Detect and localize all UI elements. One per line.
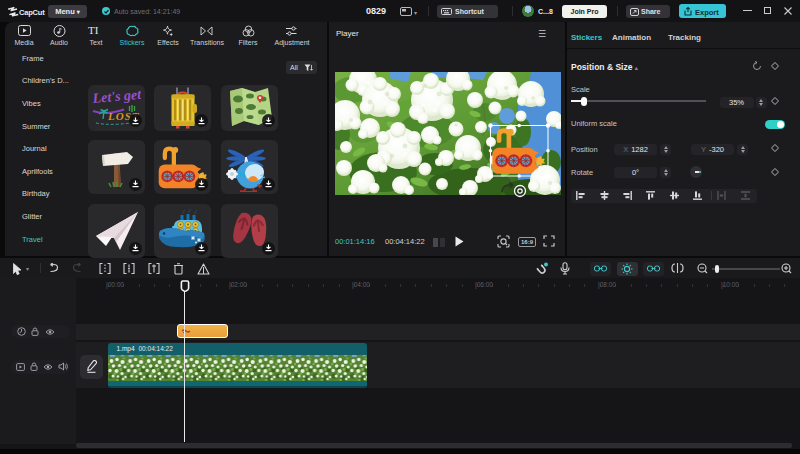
svg-text:Let's get: Let's get — [92, 88, 141, 106]
